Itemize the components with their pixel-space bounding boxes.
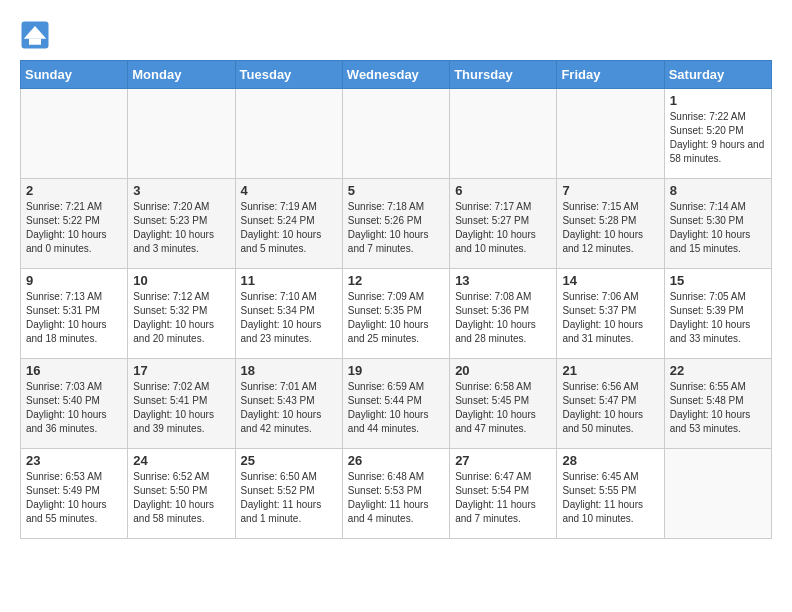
calendar-cell: 4Sunrise: 7:19 AM Sunset: 5:24 PM Daylig… <box>235 179 342 269</box>
calendar-cell: 17Sunrise: 7:02 AM Sunset: 5:41 PM Dayli… <box>128 359 235 449</box>
day-number: 13 <box>455 273 551 288</box>
day-number: 15 <box>670 273 766 288</box>
page-header <box>20 20 772 50</box>
calendar-cell: 15Sunrise: 7:05 AM Sunset: 5:39 PM Dayli… <box>664 269 771 359</box>
calendar-cell: 13Sunrise: 7:08 AM Sunset: 5:36 PM Dayli… <box>450 269 557 359</box>
day-info: Sunrise: 7:15 AM Sunset: 5:28 PM Dayligh… <box>562 200 658 256</box>
day-info: Sunrise: 7:10 AM Sunset: 5:34 PM Dayligh… <box>241 290 337 346</box>
calendar-cell: 16Sunrise: 7:03 AM Sunset: 5:40 PM Dayli… <box>21 359 128 449</box>
day-info: Sunrise: 6:48 AM Sunset: 5:53 PM Dayligh… <box>348 470 444 526</box>
day-info: Sunrise: 6:47 AM Sunset: 5:54 PM Dayligh… <box>455 470 551 526</box>
weekday-header: Thursday <box>450 61 557 89</box>
calendar-cell <box>21 89 128 179</box>
day-info: Sunrise: 6:58 AM Sunset: 5:45 PM Dayligh… <box>455 380 551 436</box>
day-info: Sunrise: 7:22 AM Sunset: 5:20 PM Dayligh… <box>670 110 766 166</box>
day-info: Sunrise: 7:21 AM Sunset: 5:22 PM Dayligh… <box>26 200 122 256</box>
calendar-week-row: 23Sunrise: 6:53 AM Sunset: 5:49 PM Dayli… <box>21 449 772 539</box>
day-info: Sunrise: 6:59 AM Sunset: 5:44 PM Dayligh… <box>348 380 444 436</box>
day-number: 19 <box>348 363 444 378</box>
calendar-cell: 23Sunrise: 6:53 AM Sunset: 5:49 PM Dayli… <box>21 449 128 539</box>
day-number: 12 <box>348 273 444 288</box>
calendar-week-row: 16Sunrise: 7:03 AM Sunset: 5:40 PM Dayli… <box>21 359 772 449</box>
day-number: 21 <box>562 363 658 378</box>
day-number: 26 <box>348 453 444 468</box>
calendar-cell: 8Sunrise: 7:14 AM Sunset: 5:30 PM Daylig… <box>664 179 771 269</box>
day-info: Sunrise: 6:45 AM Sunset: 5:55 PM Dayligh… <box>562 470 658 526</box>
weekday-header: Monday <box>128 61 235 89</box>
day-info: Sunrise: 7:20 AM Sunset: 5:23 PM Dayligh… <box>133 200 229 256</box>
weekday-header: Sunday <box>21 61 128 89</box>
day-info: Sunrise: 7:13 AM Sunset: 5:31 PM Dayligh… <box>26 290 122 346</box>
day-number: 28 <box>562 453 658 468</box>
day-number: 20 <box>455 363 551 378</box>
calendar-cell <box>235 89 342 179</box>
calendar-cell <box>342 89 449 179</box>
calendar-table: SundayMondayTuesdayWednesdayThursdayFrid… <box>20 60 772 539</box>
calendar-cell: 22Sunrise: 6:55 AM Sunset: 5:48 PM Dayli… <box>664 359 771 449</box>
day-number: 24 <box>133 453 229 468</box>
day-info: Sunrise: 6:56 AM Sunset: 5:47 PM Dayligh… <box>562 380 658 436</box>
calendar-week-row: 1Sunrise: 7:22 AM Sunset: 5:20 PM Daylig… <box>21 89 772 179</box>
day-info: Sunrise: 7:12 AM Sunset: 5:32 PM Dayligh… <box>133 290 229 346</box>
day-info: Sunrise: 7:17 AM Sunset: 5:27 PM Dayligh… <box>455 200 551 256</box>
day-number: 25 <box>241 453 337 468</box>
day-info: Sunrise: 6:53 AM Sunset: 5:49 PM Dayligh… <box>26 470 122 526</box>
calendar-cell: 9Sunrise: 7:13 AM Sunset: 5:31 PM Daylig… <box>21 269 128 359</box>
day-info: Sunrise: 7:19 AM Sunset: 5:24 PM Dayligh… <box>241 200 337 256</box>
weekday-header: Friday <box>557 61 664 89</box>
day-info: Sunrise: 7:05 AM Sunset: 5:39 PM Dayligh… <box>670 290 766 346</box>
day-info: Sunrise: 7:02 AM Sunset: 5:41 PM Dayligh… <box>133 380 229 436</box>
calendar-cell: 14Sunrise: 7:06 AM Sunset: 5:37 PM Dayli… <box>557 269 664 359</box>
day-number: 10 <box>133 273 229 288</box>
calendar-cell: 25Sunrise: 6:50 AM Sunset: 5:52 PM Dayli… <box>235 449 342 539</box>
calendar-cell: 11Sunrise: 7:10 AM Sunset: 5:34 PM Dayli… <box>235 269 342 359</box>
day-info: Sunrise: 6:52 AM Sunset: 5:50 PM Dayligh… <box>133 470 229 526</box>
logo-icon <box>20 20 50 50</box>
day-info: Sunrise: 6:50 AM Sunset: 5:52 PM Dayligh… <box>241 470 337 526</box>
svg-rect-2 <box>29 39 41 45</box>
calendar-cell: 6Sunrise: 7:17 AM Sunset: 5:27 PM Daylig… <box>450 179 557 269</box>
calendar-cell <box>664 449 771 539</box>
calendar-cell: 2Sunrise: 7:21 AM Sunset: 5:22 PM Daylig… <box>21 179 128 269</box>
day-number: 11 <box>241 273 337 288</box>
weekday-header: Tuesday <box>235 61 342 89</box>
calendar-week-row: 2Sunrise: 7:21 AM Sunset: 5:22 PM Daylig… <box>21 179 772 269</box>
calendar-cell: 18Sunrise: 7:01 AM Sunset: 5:43 PM Dayli… <box>235 359 342 449</box>
calendar-cell: 5Sunrise: 7:18 AM Sunset: 5:26 PM Daylig… <box>342 179 449 269</box>
calendar-cell <box>128 89 235 179</box>
day-number: 23 <box>26 453 122 468</box>
calendar-cell: 1Sunrise: 7:22 AM Sunset: 5:20 PM Daylig… <box>664 89 771 179</box>
day-info: Sunrise: 7:03 AM Sunset: 5:40 PM Dayligh… <box>26 380 122 436</box>
day-info: Sunrise: 7:01 AM Sunset: 5:43 PM Dayligh… <box>241 380 337 436</box>
day-number: 7 <box>562 183 658 198</box>
day-info: Sunrise: 7:18 AM Sunset: 5:26 PM Dayligh… <box>348 200 444 256</box>
calendar-cell <box>557 89 664 179</box>
day-number: 14 <box>562 273 658 288</box>
day-number: 2 <box>26 183 122 198</box>
day-number: 27 <box>455 453 551 468</box>
calendar-cell: 21Sunrise: 6:56 AM Sunset: 5:47 PM Dayli… <box>557 359 664 449</box>
day-info: Sunrise: 7:14 AM Sunset: 5:30 PM Dayligh… <box>670 200 766 256</box>
calendar-cell: 19Sunrise: 6:59 AM Sunset: 5:44 PM Dayli… <box>342 359 449 449</box>
calendar-cell <box>450 89 557 179</box>
weekday-header: Saturday <box>664 61 771 89</box>
day-number: 18 <box>241 363 337 378</box>
header-row: SundayMondayTuesdayWednesdayThursdayFrid… <box>21 61 772 89</box>
weekday-header: Wednesday <box>342 61 449 89</box>
day-number: 9 <box>26 273 122 288</box>
day-number: 22 <box>670 363 766 378</box>
day-info: Sunrise: 7:09 AM Sunset: 5:35 PM Dayligh… <box>348 290 444 346</box>
calendar-cell: 24Sunrise: 6:52 AM Sunset: 5:50 PM Dayli… <box>128 449 235 539</box>
calendar-header: SundayMondayTuesdayWednesdayThursdayFrid… <box>21 61 772 89</box>
calendar-body: 1Sunrise: 7:22 AM Sunset: 5:20 PM Daylig… <box>21 89 772 539</box>
day-number: 5 <box>348 183 444 198</box>
calendar-cell: 12Sunrise: 7:09 AM Sunset: 5:35 PM Dayli… <box>342 269 449 359</box>
calendar-cell: 3Sunrise: 7:20 AM Sunset: 5:23 PM Daylig… <box>128 179 235 269</box>
day-number: 4 <box>241 183 337 198</box>
calendar-cell: 10Sunrise: 7:12 AM Sunset: 5:32 PM Dayli… <box>128 269 235 359</box>
logo <box>20 20 54 50</box>
calendar-cell: 27Sunrise: 6:47 AM Sunset: 5:54 PM Dayli… <box>450 449 557 539</box>
calendar-week-row: 9Sunrise: 7:13 AM Sunset: 5:31 PM Daylig… <box>21 269 772 359</box>
calendar-cell: 28Sunrise: 6:45 AM Sunset: 5:55 PM Dayli… <box>557 449 664 539</box>
day-info: Sunrise: 7:06 AM Sunset: 5:37 PM Dayligh… <box>562 290 658 346</box>
